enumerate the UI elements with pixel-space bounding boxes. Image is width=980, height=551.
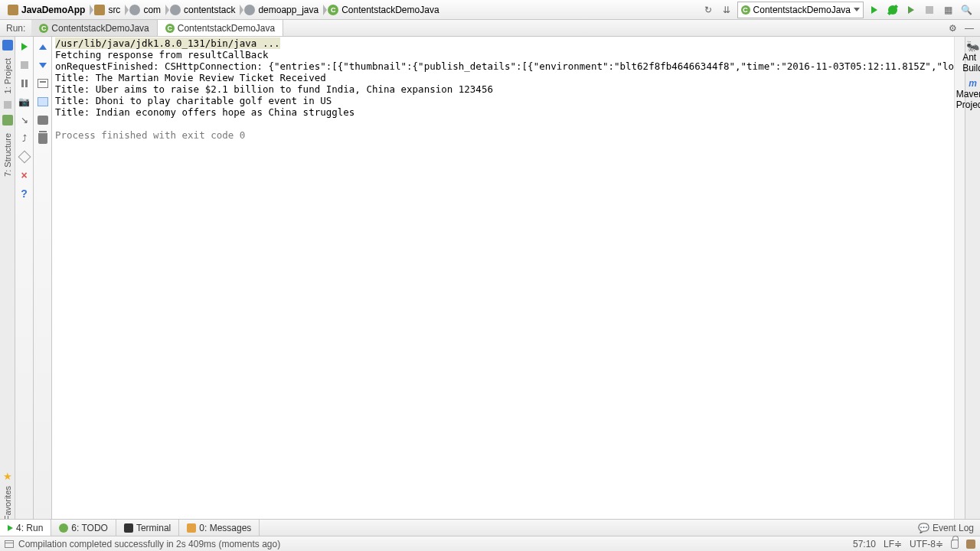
play-icon [21,43,28,51]
breadcrumb: JavaDemoApp src com contentstack demoapp… [3,2,701,18]
arrow-down-icon [39,63,47,68]
ant-tool-label[interactable]: Ant Build [962,52,980,73]
package-icon [129,5,140,15]
event-log-link[interactable]: Event Log [933,523,974,533]
console-cmd-line: /usr/lib/java/jdk1.8.0_131/bin/java ... [55,37,280,49]
event-log-icon[interactable]: 💬 [918,523,929,533]
run-tab[interactable]: C ContentstackDemoJava [31,20,157,36]
folder-icon [8,5,18,15]
help-button[interactable]: ? [18,187,31,201]
divider [4,101,11,109]
bottom-tab-terminal[interactable]: Terminal [116,520,179,536]
settings-icon[interactable]: ⚙ [945,21,960,36]
minimize-icon[interactable]: — [962,21,977,36]
crumb-com[interactable]: com [125,2,165,18]
x-icon: × [21,169,27,181]
run-tool-tabs: Run: C ContentstackDemoJava C Contentsta… [0,20,980,37]
print-button[interactable] [36,113,50,127]
pin-tab-button[interactable] [18,150,31,164]
favorites-tool-icon[interactable]: ★ [3,471,12,481]
run-config-label: ContentstackDemoJava [753,5,851,15]
main-area: 1: Project 7: Structure ★ 2: Favorites 📷… [0,37,980,534]
bottom-tool-tabs: 4: Run 6: TODO Terminal 0: Messages 💬 Ev… [0,519,980,536]
status-message: Compilation completed successfully in 2s… [18,539,280,549]
crumb-label: contentstack [184,5,235,15]
clear-button[interactable] [36,132,50,145]
structure-tool-label[interactable]: 7: Structure [3,133,12,177]
bottom-tab-messages[interactable]: 0: Messages [179,520,260,536]
pin-icon [18,151,31,164]
rerun-button[interactable] [18,40,31,54]
folder-icon [94,5,105,15]
crumb-contentstack[interactable]: contentstack [165,2,240,18]
status-bar: Compilation completed successfully in 2s… [0,536,980,551]
print-icon [38,116,48,125]
bottom-tab-label: 0: Messages [199,523,251,533]
coverage-button[interactable] [903,2,919,18]
crumb-label: JavaDemoApp [21,5,85,15]
line-separator[interactable]: LF≑ [884,539,902,549]
console-line: Title: Indian economy offers hope as Chi… [55,106,354,118]
down-stacktrace-button[interactable] [36,58,50,72]
encoding[interactable]: UTF-8≑ [910,539,943,549]
bottom-tab-todo[interactable]: 6: TODO [51,520,116,536]
play-icon [871,6,877,14]
console-exit-line: Process finished with exit code 0 [55,129,245,141]
make-icon[interactable]: ⇊ [719,2,734,18]
crumb-src[interactable]: src [90,2,125,18]
stop-icon [21,61,28,69]
class-icon: C [165,24,175,33]
console-line: Title: The Martian Movie Review Ticket R… [55,72,326,83]
project-tool-icon[interactable] [2,40,13,51]
windows-icon[interactable] [5,540,14,548]
close-tab-button[interactable]: × [18,168,31,182]
up-stacktrace-button[interactable] [36,40,50,54]
crumb-label: src [108,5,120,15]
package-icon [170,5,181,15]
trash-icon [38,133,47,144]
exit-button[interactable]: ↘ [18,113,31,127]
run-button[interactable] [867,2,882,18]
readonly-lock-icon[interactable] [951,540,959,549]
crumb-project[interactable]: JavaDemoApp [3,2,90,18]
class-icon: C [741,5,750,15]
soft-wrap-button[interactable] [36,77,50,90]
run-toolbar: 📷 ↘ ⤴ × ? [15,37,34,534]
terminal-icon [124,523,133,533]
caret-down-icon [854,8,860,11]
scroll-icon [38,97,48,106]
console-output[interactable]: /usr/lib/java/jdk1.8.0_131/bin/java ... … [52,37,954,534]
debug-button[interactable] [885,2,900,18]
maven-tool-label[interactable]: Maven Projects [956,89,980,110]
project-structure-button[interactable]: ▦ [940,2,956,18]
console-toolbar [34,37,52,534]
maven-tool-icon[interactable]: m [969,78,977,89]
crumb-class[interactable]: C ContentstackDemoJava [323,2,443,18]
build-icon[interactable]: ↻ [701,2,716,18]
package-icon [244,5,255,15]
crumb-demoapp[interactable]: demoapp_java [240,2,323,18]
crumb-label: ContentstackDemoJava [341,5,439,15]
softwrap-icon [38,79,48,88]
dump-threads-button[interactable]: 📷 [18,95,31,109]
console-line: Title: Dhoni to play charitable golf eve… [55,95,332,106]
stop-button[interactable] [18,58,31,72]
hector-icon[interactable] [966,540,975,549]
play-shield-icon [908,6,914,14]
restore-layout-button[interactable]: ⤴ [18,132,31,145]
structure-tool-icon[interactable] [2,115,13,126]
run-tool-label: Run: [0,20,31,36]
pause-button[interactable] [18,77,31,90]
search-everywhere-button[interactable]: 🔍 [959,2,974,18]
bottom-tab-label: 6: TODO [71,523,108,533]
caret-position[interactable]: 57:10 [853,539,876,549]
run-tab-active[interactable]: C ContentstackDemoJava [158,20,283,36]
ant-tool-icon[interactable]: 🐜 [966,40,979,52]
stop-button[interactable] [922,2,937,18]
crumb-label: com [143,5,161,15]
project-tool-label[interactable]: 1: Project [3,58,12,93]
scroll-end-button[interactable] [36,95,50,109]
bottom-tab-run[interactable]: 4: Run [0,520,51,536]
run-config-selector[interactable]: C ContentstackDemoJava [737,2,864,18]
run-tab-label: ContentstackDemoJava [51,23,149,34]
